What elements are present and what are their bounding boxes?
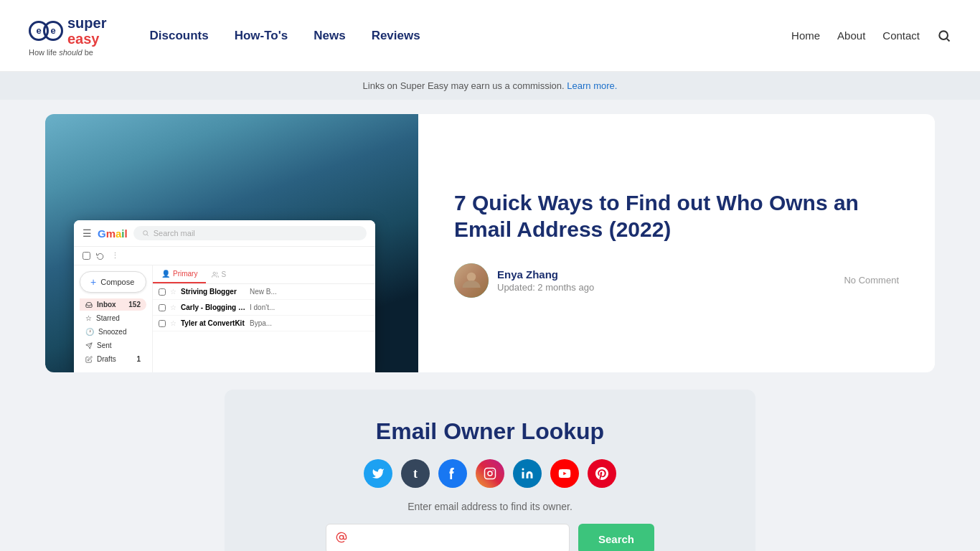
svg-line-3 xyxy=(147,235,149,236)
primary-tab-label: Primary xyxy=(173,270,197,278)
nav-about[interactable]: About xyxy=(837,29,865,42)
logo-area[interactable]: e e super easy How life should be xyxy=(29,15,106,57)
at-symbol-icon xyxy=(336,532,347,543)
email-3-subject: Bypa... xyxy=(250,319,369,327)
email-1-sender: Striving Blogger xyxy=(181,288,245,296)
nav-news[interactable]: News xyxy=(314,29,345,43)
gmail-nav-drafts[interactable]: Drafts 1 xyxy=(80,353,146,365)
gmail-search-bar[interactable]: Search mail xyxy=(133,226,367,240)
star-icon: ☆ xyxy=(85,314,92,322)
article-hero-bg: ☰ Gmail Search mail ⋮ xyxy=(45,114,418,372)
svg-line-1 xyxy=(947,38,950,41)
linkedin-icon[interactable] xyxy=(513,459,542,488)
instagram-icon[interactable] xyxy=(476,459,504,488)
facebook-f-icon xyxy=(449,467,456,480)
svg-point-0 xyxy=(939,31,948,39)
gmail-l: l xyxy=(125,227,128,240)
svg-point-7 xyxy=(467,272,476,281)
gmail-tab-primary[interactable]: 👤 Primary xyxy=(153,265,206,283)
gmail-body: + Compose Inbox 152 ☆ Starred xyxy=(74,265,375,372)
gmail-search-icon xyxy=(142,230,149,237)
gmail-email-list: 👤 Primary S ☆ xyxy=(153,265,375,372)
main-nav: Discounts How-To's News Reviews xyxy=(149,29,420,43)
pinterest-icon[interactable] xyxy=(588,459,616,488)
commission-text: Links on Super Easy may earn us a commis… xyxy=(363,80,565,91)
twitter-icon[interactable] xyxy=(364,459,392,488)
tumblr-letter: t xyxy=(413,466,418,481)
sent-label: Sent xyxy=(97,342,112,349)
gmail-nav-inbox[interactable]: Inbox 152 xyxy=(80,298,146,311)
email-1-star[interactable]: ☆ xyxy=(170,288,176,296)
logo-text: super easy xyxy=(67,15,106,47)
gmail-nav-snoozed[interactable]: 🕐 Snoozed xyxy=(80,326,146,338)
article-info: 7 Quick Ways to Find out Who Owns an Ema… xyxy=(418,114,935,372)
email-lookup-form: Search xyxy=(253,524,727,551)
linkedin-logo-icon xyxy=(521,467,534,480)
email-1-checkbox[interactable] xyxy=(159,288,166,296)
email-2-checkbox[interactable] xyxy=(159,304,166,311)
email-3-sender: Tyler at ConvertKit xyxy=(181,319,245,327)
tumblr-icon[interactable]: t xyxy=(401,459,430,488)
svg-point-10 xyxy=(492,470,494,471)
email-2-sender: Carly - Blogging Li... xyxy=(181,303,245,311)
gmail-m: m xyxy=(106,227,116,240)
compose-label: Compose xyxy=(100,278,134,286)
email-row-3[interactable]: ☆ Tyler at ConvertKit Bypa... xyxy=(153,316,375,331)
nav-reviews[interactable]: Reviews xyxy=(372,29,420,43)
email-3-star[interactable]: ☆ xyxy=(170,319,176,327)
author-updated: Updated: 2 months ago xyxy=(497,282,594,293)
email-lookup-title: Email Owner Lookup xyxy=(253,418,727,445)
email-search-button[interactable]: Search xyxy=(578,524,654,551)
gmail-logo-text: Gmail xyxy=(98,227,128,240)
logo-tagline: How life should be xyxy=(29,48,93,57)
svg-point-11 xyxy=(522,468,524,471)
drafts-icon xyxy=(85,356,93,363)
twitter-bird-icon xyxy=(372,467,385,480)
logo-circles-icon: e e xyxy=(29,21,63,41)
commission-bar: Links on Super Easy may earn us a commis… xyxy=(0,72,980,100)
gmail-more-icon[interactable]: ⋮ xyxy=(111,251,119,260)
nav-howtos[interactable]: How-To's xyxy=(235,29,288,43)
nav-home[interactable]: Home xyxy=(791,29,820,42)
article-title: 7 Quick Ways to Find out Who Owns an Ema… xyxy=(454,189,899,243)
starred-label: Starred xyxy=(96,314,120,322)
gmail-nav-sent[interactable]: Sent xyxy=(80,339,146,352)
svg-point-9 xyxy=(488,471,492,476)
logo-e2-icon: e xyxy=(50,25,55,36)
avatar-person-icon xyxy=(461,270,482,291)
search-icon xyxy=(937,29,951,43)
gmail-g: G xyxy=(98,227,106,240)
site-header: e e super easy How life should be Discou… xyxy=(0,0,980,72)
gmail-select-all[interactable] xyxy=(83,252,90,260)
gmail-toolbar: ⋮ xyxy=(74,247,375,265)
commission-link[interactable]: Learn more. xyxy=(567,80,617,91)
author-name: Enya Zhang xyxy=(497,268,594,281)
nav-discounts[interactable]: Discounts xyxy=(149,29,208,43)
author-avatar xyxy=(454,263,489,298)
email-3-checkbox[interactable] xyxy=(159,320,166,327)
gmail-tabs: 👤 Primary S xyxy=(153,265,375,284)
gmail-screenshot: ☰ Gmail Search mail ⋮ xyxy=(74,220,375,372)
youtube-icon[interactable] xyxy=(550,459,579,488)
email-lookup-section: Email Owner Lookup t Enter xyxy=(225,390,755,551)
email-2-star[interactable]: ☆ xyxy=(170,303,176,311)
search-button[interactable] xyxy=(937,29,951,43)
email-row-1[interactable]: ☆ Striving Blogger New B... xyxy=(153,284,375,300)
gmail-compose-button[interactable]: + Compose xyxy=(80,271,146,293)
svg-point-13 xyxy=(339,535,343,539)
gmail-sidebar: + Compose Inbox 152 ☆ Starred xyxy=(74,265,153,372)
sent-icon xyxy=(85,342,93,349)
facebook-icon[interactable] xyxy=(438,459,467,488)
logo-e-icon: e xyxy=(36,25,41,36)
author-avatar-image xyxy=(454,263,489,298)
gmail-nav-starred[interactable]: ☆ Starred xyxy=(80,312,146,324)
logo-tagline-italic: should xyxy=(59,48,82,57)
inbox-count: 152 xyxy=(128,301,141,309)
snoozed-label: Snoozed xyxy=(98,328,126,336)
comment-count: No Comment xyxy=(844,275,899,286)
email-row-2[interactable]: ☆ Carly - Blogging Li... I don't... xyxy=(153,300,375,316)
author-text: Enya Zhang Updated: 2 months ago xyxy=(497,268,594,293)
svg-point-2 xyxy=(143,231,147,235)
nav-contact[interactable]: Contact xyxy=(882,29,920,42)
email-search-input[interactable] xyxy=(326,524,570,551)
